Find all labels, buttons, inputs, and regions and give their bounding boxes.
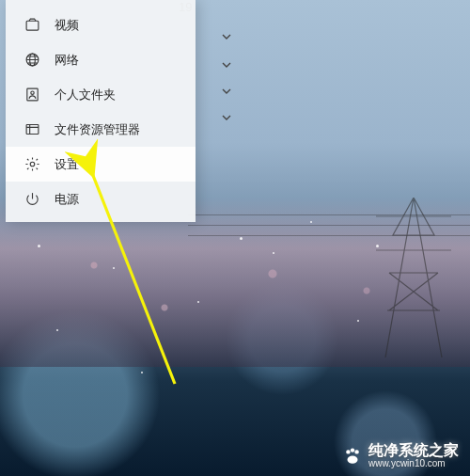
watermark: 纯净系统之家 www.ycwin10.com bbox=[342, 443, 459, 468]
svg-point-6 bbox=[30, 162, 35, 167]
svg-rect-5 bbox=[26, 125, 39, 135]
chevron-down-icon[interactable] bbox=[222, 87, 231, 96]
snow-particle bbox=[113, 267, 115, 269]
svg-point-10 bbox=[354, 450, 358, 453]
network-icon bbox=[23, 51, 41, 70]
start-menu-item-network[interactable]: 网络 bbox=[6, 42, 196, 77]
svg-point-11 bbox=[348, 455, 358, 463]
start-menu-item-label: 电源 bbox=[55, 191, 79, 208]
start-menu-side-panel: 视频网络个人文件夹文件资源管理器设置电源 bbox=[6, 0, 196, 222]
chevron-down-icon[interactable] bbox=[222, 32, 231, 41]
start-menu-item-label: 文件资源管理器 bbox=[55, 121, 140, 138]
start-menu-item-label: 视频 bbox=[55, 17, 79, 34]
svg-point-9 bbox=[351, 448, 354, 452]
expand-chevron-column bbox=[201, 0, 248, 141]
svg-point-8 bbox=[346, 450, 350, 453]
start-menu-item-video[interactable]: 视频 bbox=[6, 8, 196, 42]
snow-particle bbox=[376, 245, 379, 247]
power-icon bbox=[23, 190, 41, 209]
watermark-url: www.ycwin10.com bbox=[368, 458, 459, 468]
start-menu-item-label: 设置 bbox=[55, 156, 79, 173]
svg-point-4 bbox=[30, 91, 33, 94]
folder-icon bbox=[23, 86, 41, 104]
desktop-wallpaper: 19 视频网络个人文件夹文件资源管理器设置电源 纯净系统之家 w bbox=[0, 0, 470, 476]
watermark-text: 纯净系统之家 bbox=[368, 443, 459, 458]
start-menu-item-settings[interactable]: 设置 bbox=[6, 147, 196, 182]
snow-particle bbox=[357, 320, 359, 322]
chevron-down-icon[interactable] bbox=[222, 60, 231, 70]
svg-rect-0 bbox=[26, 21, 39, 30]
start-menu-item-label: 网络 bbox=[55, 52, 79, 69]
snow-particle bbox=[273, 252, 274, 254]
snow-particle bbox=[310, 221, 312, 223]
snow-particle bbox=[56, 329, 58, 331]
start-menu-item-label: 个人文件夹 bbox=[55, 87, 116, 103]
start-menu-item-explorer[interactable]: 文件资源管理器 bbox=[6, 112, 196, 147]
start-menu-item-folder[interactable]: 个人文件夹 bbox=[6, 77, 196, 112]
snow-particle bbox=[197, 301, 199, 303]
settings-icon bbox=[23, 155, 41, 174]
snow-particle bbox=[38, 245, 40, 247]
snow-particle bbox=[240, 237, 243, 240]
snow-particle bbox=[141, 372, 143, 373]
wallpaper-pylon bbox=[376, 198, 451, 357]
chevron-down-icon[interactable] bbox=[222, 113, 231, 122]
start-menu-item-power[interactable]: 电源 bbox=[6, 182, 196, 216]
paw-icon bbox=[342, 446, 363, 467]
video-icon bbox=[23, 16, 41, 35]
explorer-icon bbox=[23, 120, 41, 139]
